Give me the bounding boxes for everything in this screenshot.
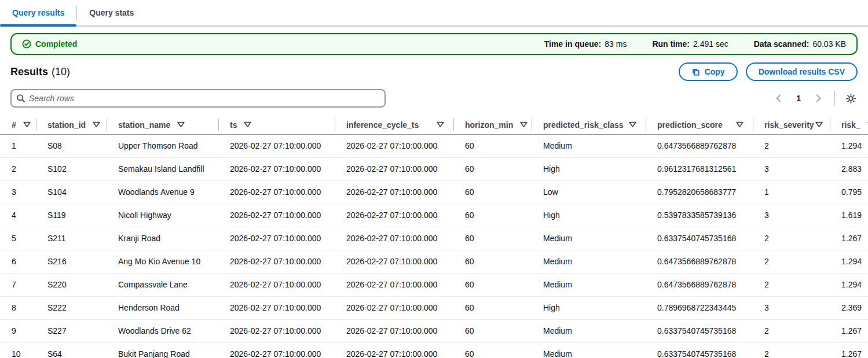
cell-risk_severity: 3	[753, 297, 830, 319]
table-row: 10S64Bukit Panjang Road2026-02-27 07:10:…	[0, 343, 868, 358]
table-row: 3S104Woodlands Avenue 92026-02-27 07:10:…	[0, 181, 868, 204]
filter-caret-icon[interactable]	[435, 120, 445, 129]
stat-label: Run time:	[652, 39, 690, 49]
table-row: 5S211Kranji Road2026-02-27 07:10:00.0002…	[0, 227, 868, 250]
cell-inference_cycle_ts: 2026-02-27 07:10:00.000	[335, 274, 453, 296]
cell-predicted_risk_class: High	[532, 204, 646, 227]
cell-station_name: Bukit Panjang Road	[107, 343, 218, 358]
table-row: 4S119Nicoll Highway2026-02-27 07:10:00.0…	[0, 204, 868, 227]
cell-risk_severity: 2	[753, 135, 830, 157]
cell-predicted_risk_class: Medium	[532, 250, 646, 273]
cell-horizon_min: 60	[453, 274, 532, 296]
column-separator	[36, 119, 36, 131]
cell-station_name: Kranji Road	[107, 227, 218, 250]
table-row: 9S227Woodlands Drive 622026-02-27 07:10:…	[0, 320, 868, 343]
column-header-risk_: risk_	[830, 115, 868, 134]
cell-horizon_min: 60	[453, 181, 532, 204]
chevron-left-icon	[774, 94, 783, 103]
table-row: 7S220Compassvale Lane2026-02-27 07:10:00…	[0, 274, 868, 297]
cell-station_id: S64	[36, 343, 107, 358]
cell-row-number: 9	[0, 320, 36, 342]
cell-row-number: 5	[0, 227, 36, 250]
filter-caret-icon[interactable]	[176, 120, 186, 129]
search-rows-box	[10, 89, 386, 108]
cell-row-number: 10	[0, 343, 36, 358]
column-header-station_name: station_name	[107, 115, 218, 134]
stat-value: 2.491 sec	[693, 39, 728, 49]
cell-risk_: 1.294	[830, 135, 868, 157]
stat-label: Data scanned:	[754, 39, 810, 49]
column-header-prediction_score: prediction_score	[646, 115, 753, 134]
cell-predicted_risk_class: Medium	[532, 227, 646, 250]
filter-caret-icon[interactable]	[22, 120, 32, 129]
stat-label: Time in queue:	[544, 39, 602, 49]
previous-page-button[interactable]	[772, 91, 786, 105]
table-row: 2S102Semakau Island Landfill2026-02-27 0…	[0, 158, 868, 181]
cell-risk_severity: 2	[753, 227, 830, 250]
next-page-button[interactable]	[811, 91, 825, 105]
current-page-number[interactable]: 1	[792, 94, 805, 103]
copy-button[interactable]: Copy	[679, 62, 738, 81]
column-separator	[753, 119, 753, 131]
cell-horizon_min: 60	[453, 158, 532, 180]
cell-inference_cycle_ts: 2026-02-27 07:10:00.000	[335, 135, 453, 157]
results-table: #station_idstation_nametsinference_cycle…	[0, 115, 868, 358]
column-header-horizon_min: horizon_min	[453, 115, 532, 134]
filter-caret-icon[interactable]	[91, 120, 101, 129]
cell-inference_cycle_ts: 2026-02-27 07:10:00.000	[335, 250, 453, 273]
column-header-label: #	[12, 120, 16, 130]
cell-horizon_min: 60	[453, 343, 532, 358]
cell-risk_: 1.267	[830, 320, 868, 342]
gear-icon	[845, 93, 856, 104]
cell-prediction_score: 0.5397833585739136	[646, 204, 753, 227]
cell-row-number: 3	[0, 181, 36, 204]
cell-predicted_risk_class: High	[532, 297, 646, 319]
cell-inference_cycle_ts: 2026-02-27 07:10:00.000	[335, 343, 453, 358]
column-header-row-number: #	[0, 115, 36, 134]
cell-row-number: 6	[0, 250, 36, 273]
data-scanned-stat: Data scanned: 60.03 KB	[754, 39, 846, 49]
filter-caret-icon[interactable]	[519, 120, 529, 129]
cell-predicted_risk_class: Medium	[532, 274, 646, 296]
column-header-station_id: station_id	[36, 115, 107, 134]
column-header-ts: ts	[218, 115, 335, 134]
cell-prediction_score: 0.6473566889762878	[646, 274, 753, 296]
query-status-banner: Completed Time in queue: 83 ms Run time:…	[10, 33, 858, 55]
cell-prediction_score: 0.9612317681312561	[646, 158, 753, 180]
cell-ts: 2026-02-27 07:10:00.000	[218, 320, 335, 342]
filter-caret-icon[interactable]	[628, 120, 638, 129]
cell-predicted_risk_class: Low	[532, 181, 646, 204]
filter-caret-icon[interactable]	[735, 120, 745, 129]
cell-station_name: Semakau Island Landfill	[107, 158, 218, 180]
download-results-csv-button[interactable]: Download results CSV	[746, 62, 858, 81]
tab-query-results[interactable]: Query results	[0, 0, 76, 25]
tab-query-stats[interactable]: Query stats	[77, 0, 146, 25]
cell-prediction_score: 0.6473566889762878	[646, 135, 753, 157]
cell-risk_severity: 3	[753, 204, 830, 227]
cell-station_id: S222	[36, 297, 107, 319]
cell-station_name: Henderson Road	[107, 297, 218, 319]
column-header-label: ts	[230, 120, 237, 130]
cell-predicted_risk_class: High	[532, 158, 646, 180]
table-preferences-button[interactable]	[844, 92, 858, 105]
filter-caret-icon[interactable]	[243, 120, 252, 129]
pagination: 1	[772, 91, 858, 106]
filter-caret-icon[interactable]	[814, 120, 824, 129]
column-separator	[532, 119, 532, 131]
cell-prediction_score: 0.7896968722343445	[646, 297, 753, 319]
column-header-label: horizon_min	[465, 120, 513, 130]
search-rows-input[interactable]	[29, 94, 380, 103]
cell-station_id: S227	[36, 320, 107, 342]
table-body: 1S08Upper Thomson Road2026-02-27 07:10:0…	[0, 135, 868, 358]
cell-station_name: Upper Thomson Road	[107, 135, 218, 157]
cell-horizon_min: 60	[453, 297, 532, 319]
cell-station_name: Compassvale Lane	[107, 274, 218, 296]
cell-row-number: 2	[0, 158, 36, 180]
cell-inference_cycle_ts: 2026-02-27 07:10:00.000	[335, 181, 453, 204]
cell-station_id: S220	[36, 274, 107, 296]
cell-station_name: Ang Mo Kio Avenue 10	[107, 250, 218, 273]
column-separator	[646, 119, 646, 131]
table-row: 1S08Upper Thomson Road2026-02-27 07:10:0…	[0, 135, 868, 158]
cell-risk_: 1.267	[830, 227, 868, 250]
column-header-label: risk_	[841, 120, 860, 130]
